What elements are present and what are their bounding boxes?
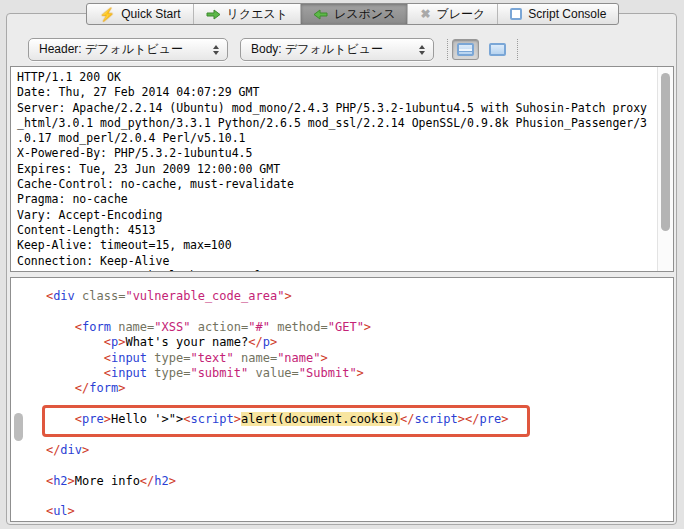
tab-label: レスポンス — [334, 6, 395, 23]
code-token: "text" — [190, 351, 233, 365]
response-headers-area[interactable]: HTTP/1.1 200 OKDate: Thu, 27 Feb 2014 04… — [10, 66, 674, 272]
code-line — [17, 304, 673, 319]
code-token — [17, 320, 75, 334]
code-token — [17, 351, 104, 365]
code-token: > — [501, 412, 508, 426]
code-token: div — [53, 289, 75, 303]
code-line — [17, 428, 673, 443]
highlighted-code-token: alert(document.cookie) — [241, 412, 400, 426]
code-token: pre — [82, 412, 104, 426]
code-token: < — [75, 412, 82, 426]
code-token — [75, 289, 82, 303]
code-token: > — [234, 412, 241, 426]
code-line: </form> — [17, 381, 673, 396]
header-line: .0.17 mod_perl/2.0.4 Perl/v5.10.1 — [17, 131, 656, 146]
lightning-icon: ⚡ — [99, 8, 115, 21]
header-view-select-value: Header: デフォルトビュー — [39, 41, 183, 58]
code-token: > — [270, 335, 277, 349]
tab-response[interactable]: レスポンス — [301, 4, 408, 24]
response-body-area[interactable]: <div class="vulnerable_code_area"> <form… — [10, 277, 674, 522]
header-line: Date: Thu, 27 Feb 2014 04:07:29 GMT — [17, 85, 656, 100]
code-token — [17, 412, 75, 426]
code-token: < — [104, 351, 111, 365]
code-token: > — [118, 381, 125, 395]
code-token — [17, 474, 46, 488]
toolbar-separator — [517, 39, 518, 60]
headers-scrollbar-thumb[interactable] — [661, 73, 670, 231]
code-token — [17, 335, 104, 349]
code-token: > — [104, 412, 111, 426]
code-token: "#" — [248, 320, 270, 334]
code-token — [17, 366, 104, 380]
code-token: < — [104, 366, 111, 380]
code-token: form — [89, 381, 118, 395]
code-token: input — [111, 351, 147, 365]
code-token: "XSS" — [154, 320, 190, 334]
code-line: <ul> — [17, 504, 673, 519]
code-line: <p>What's your name?</p> — [17, 335, 673, 350]
code-token: What's your name? — [125, 335, 248, 349]
body-scrollbar-thumb[interactable] — [14, 413, 23, 441]
header-line: X-Powered-By: PHP/5.3.2-1ubuntu4.5 — [17, 146, 656, 161]
code-token: form — [82, 320, 111, 334]
split-view-icon — [457, 43, 474, 56]
chevron-updown-icon — [213, 45, 219, 55]
code-token: name= — [118, 320, 154, 334]
code-token — [17, 443, 46, 457]
code-token: > — [68, 474, 75, 488]
code-token: Hello '>"> — [111, 412, 183, 426]
tab-bar: ⚡ Quick Start リクエスト レスポンス ✖ ブレーク Script … — [86, 3, 619, 25]
console-icon — [510, 8, 522, 20]
header-line: Server: Apache/2.2.14 (Ubuntu) mod_mono/… — [17, 101, 656, 116]
code-token: </ — [75, 381, 89, 395]
chevron-updown-icon — [419, 45, 425, 55]
code-line: <form name="XSS" action="#" method="GET"… — [17, 320, 673, 335]
zap-response-panel: ⚡ Quick Start リクエスト レスポンス ✖ ブレーク Script … — [0, 0, 684, 529]
tab-script-console[interactable]: Script Console — [498, 4, 618, 24]
header-line: Vary: Accept-Encoding — [17, 208, 656, 223]
header-line: Content-Type: text/html;charset=utf-8 — [17, 269, 656, 271]
tab-label: ブレーク — [436, 6, 485, 23]
code-token: script — [190, 412, 233, 426]
header-line: _html/3.0.1 mod_python/3.3.1 Python/2.6.… — [17, 116, 656, 131]
code-token: More info — [75, 474, 140, 488]
body-view-select[interactable]: Body: デフォルトビュー — [240, 38, 434, 61]
code-token: </ — [248, 335, 262, 349]
tab-label: リクエスト — [227, 6, 288, 23]
header-view-select[interactable]: Header: デフォルトビュー — [28, 38, 228, 61]
headers-scrollbar[interactable] — [657, 67, 673, 271]
tab-label: Quick Start — [121, 7, 180, 21]
tab-quick-start[interactable]: ⚡ Quick Start — [87, 4, 194, 24]
code-token: > — [458, 412, 465, 426]
code-token: "GET" — [328, 320, 364, 334]
header-line: Keep-Alive: timeout=15, max=100 — [17, 238, 656, 253]
header-line: Cache-Control: no-cache, must-revalidate — [17, 177, 656, 192]
code-token: input — [111, 366, 147, 380]
code-token: "Submit" — [299, 366, 357, 380]
header-line: Expires: Tue, 23 Jun 2009 12:00:00 GMT — [17, 162, 656, 177]
toolbar-separator — [447, 39, 448, 60]
tab-break[interactable]: ✖ ブレーク — [408, 4, 498, 24]
code-token: > — [364, 320, 371, 334]
code-token: > — [82, 443, 89, 457]
code-token — [17, 289, 46, 303]
code-token: name= — [241, 351, 277, 365]
code-token: </ — [46, 443, 60, 457]
code-line: <div class="vulnerable_code_area"> — [17, 289, 673, 304]
split-view-button[interactable] — [452, 39, 479, 60]
code-token: "name" — [277, 351, 320, 365]
code-token: method= — [277, 320, 328, 334]
code-token: script — [414, 412, 457, 426]
tab-request[interactable]: リクエスト — [194, 4, 301, 24]
code-token: > — [321, 351, 328, 365]
single-view-button[interactable] — [484, 39, 511, 60]
code-token: div — [60, 443, 82, 457]
code-line: <input type="submit" value="Submit"> — [17, 366, 673, 381]
code-token: class= — [82, 289, 125, 303]
code-token: > — [169, 474, 176, 488]
code-token: h2 — [154, 474, 168, 488]
body-view-select-value: Body: デフォルトビュー — [251, 41, 383, 58]
code-token: </ — [465, 412, 479, 426]
code-token — [17, 504, 46, 518]
code-token: action= — [198, 320, 249, 334]
